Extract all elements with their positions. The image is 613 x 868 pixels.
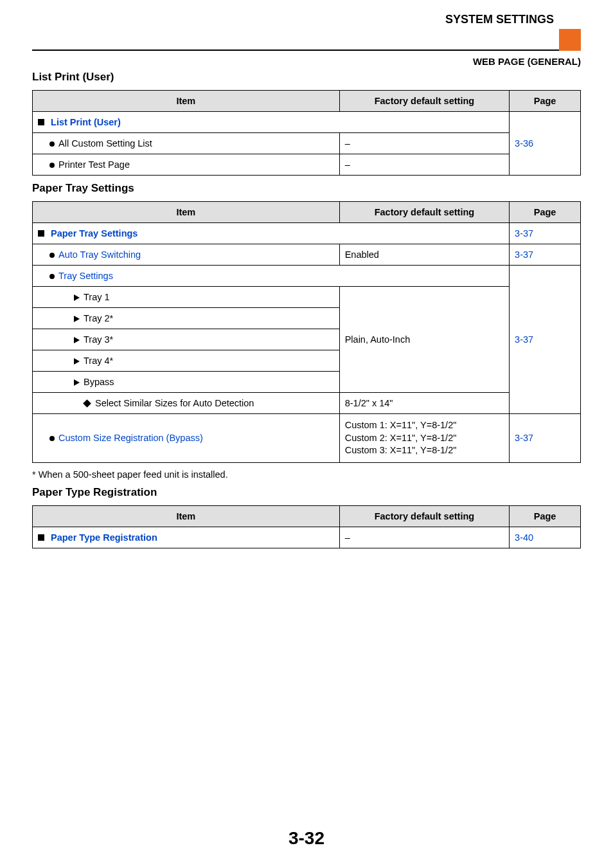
page-ref-3-36[interactable]: 3-36 bbox=[510, 112, 581, 176]
square-icon bbox=[38, 119, 44, 125]
bullet-icon bbox=[49, 163, 55, 168]
row-tray3: Tray 3* bbox=[33, 329, 340, 350]
triangle-icon bbox=[74, 316, 80, 322]
bullet-icon bbox=[49, 141, 55, 147]
triangle-icon bbox=[74, 358, 80, 365]
row-select-similar: Select Similar Sizes for Auto Detection bbox=[33, 393, 340, 414]
row-custom-size-registration: Custom Size Registration (Bypass) bbox=[33, 414, 340, 463]
row-tray2: Tray 2* bbox=[33, 308, 340, 329]
triangle-icon bbox=[74, 379, 80, 386]
row-tray-settings: Tray Settings bbox=[33, 266, 510, 287]
row-paper-type-registration: Paper Type Registration bbox=[33, 527, 340, 548]
table-paper-type: Item Factory default setting Page Paper … bbox=[32, 505, 581, 548]
section-title-paper-tray: Paper Tray Settings bbox=[32, 182, 581, 195]
sub-header: WEB PAGE (GENERAL) bbox=[32, 56, 581, 67]
item-label: Tray 3* bbox=[84, 334, 113, 345]
link-custom-size-registration[interactable]: Custom Size Registration (Bypass) bbox=[58, 433, 203, 443]
cell-factory-custom-sizes: Custom 1: X=11", Y=8-1/2" Custom 2: X=11… bbox=[339, 414, 509, 463]
row-all-custom-setting-list: All Custom Setting List bbox=[33, 133, 340, 154]
page-ref-3-37[interactable]: 3-37 bbox=[510, 266, 581, 414]
square-icon bbox=[38, 230, 44, 237]
item-label: All Custom Setting List bbox=[58, 138, 152, 149]
link-paper-tray-settings[interactable]: Paper Tray Settings bbox=[51, 228, 138, 239]
table-list-print: Item Factory default setting Page List P… bbox=[32, 90, 581, 176]
header-rule bbox=[32, 29, 559, 51]
cell-factory: – bbox=[339, 154, 509, 176]
th-factory: Factory default setting bbox=[339, 91, 509, 112]
page-ref-3-37[interactable]: 3-37 bbox=[510, 414, 581, 463]
item-label: Bypass bbox=[84, 377, 114, 387]
link-auto-tray-switching[interactable]: Auto Tray Switching bbox=[58, 249, 141, 260]
bullet-icon bbox=[49, 253, 55, 258]
cell-factory: Enabled bbox=[339, 244, 509, 266]
item-label: Tray 2* bbox=[84, 313, 113, 323]
row-list-print-header: List Print (User) bbox=[33, 112, 510, 133]
item-label: Tray 1 bbox=[84, 292, 110, 302]
diamond-icon bbox=[83, 399, 91, 408]
custom-size-line: Custom 1: X=11", Y=8-1/2" bbox=[345, 419, 504, 432]
page-ref-3-37[interactable]: 3-37 bbox=[510, 244, 581, 266]
row-printer-test-page: Printer Test Page bbox=[33, 154, 340, 176]
footnote-500-sheet: * When a 500-sheet paper feed unit is in… bbox=[32, 469, 581, 480]
th-factory: Factory default setting bbox=[339, 202, 509, 223]
triangle-icon bbox=[74, 337, 80, 343]
row-tray1: Tray 1 bbox=[33, 287, 340, 308]
section-title-paper-type: Paper Type Registration bbox=[32, 486, 581, 499]
page-ref-3-37[interactable]: 3-37 bbox=[510, 223, 581, 244]
th-item: Item bbox=[33, 505, 340, 527]
row-paper-tray-header: Paper Tray Settings bbox=[33, 223, 510, 244]
th-item: Item bbox=[33, 202, 340, 223]
row-bypass: Bypass bbox=[33, 372, 340, 393]
row-auto-tray-switching: Auto Tray Switching bbox=[33, 244, 340, 266]
cell-factory: – bbox=[339, 527, 509, 548]
link-tray-settings[interactable]: Tray Settings bbox=[58, 271, 113, 281]
th-page: Page bbox=[510, 91, 581, 112]
custom-size-line: Custom 2: X=11", Y=8-1/2" bbox=[345, 432, 504, 445]
bullet-icon bbox=[49, 274, 55, 279]
orange-accent-bar bbox=[559, 29, 581, 51]
item-label: Tray 4* bbox=[84, 356, 113, 366]
row-tray4: Tray 4* bbox=[33, 350, 340, 372]
triangle-icon bbox=[74, 294, 80, 301]
system-settings-heading: SYSTEM SETTINGS bbox=[445, 13, 559, 29]
item-label: Printer Test Page bbox=[58, 159, 130, 170]
cell-factory-trays: Plain, Auto-Inch bbox=[339, 287, 509, 393]
table-paper-tray: Item Factory default setting Page Paper … bbox=[32, 201, 581, 463]
link-list-print-user[interactable]: List Print (User) bbox=[51, 117, 121, 127]
section-title-list-print: List Print (User) bbox=[32, 71, 581, 84]
cell-factory: 8-1/2" x 14" bbox=[339, 393, 509, 414]
page-number: 3-32 bbox=[0, 828, 613, 849]
th-page: Page bbox=[510, 202, 581, 223]
cell-factory: – bbox=[339, 133, 509, 154]
link-paper-type-registration[interactable]: Paper Type Registration bbox=[51, 532, 157, 543]
page-ref-3-40[interactable]: 3-40 bbox=[510, 527, 581, 548]
square-icon bbox=[38, 534, 44, 541]
item-label: Select Similar Sizes for Auto Detection bbox=[95, 398, 254, 408]
bullet-icon bbox=[49, 436, 55, 441]
th-page: Page bbox=[510, 505, 581, 527]
custom-size-line: Custom 3: X=11", Y=8-1/2" bbox=[345, 444, 504, 457]
th-factory: Factory default setting bbox=[339, 505, 509, 527]
th-item: Item bbox=[33, 91, 340, 112]
